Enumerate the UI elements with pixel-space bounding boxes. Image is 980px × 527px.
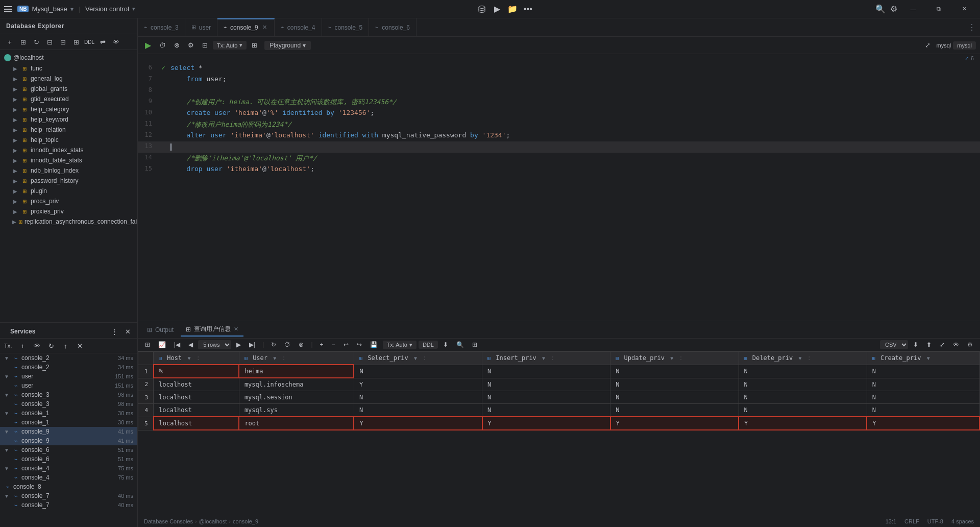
project-name[interactable]: Mysql_base [32,5,67,13]
tree-item[interactable]: ▶ ⊞ password_history [0,176,137,186]
user-cell[interactable]: mysql.session [239,391,354,404]
tab-more-btn[interactable]: ⋮ [964,22,980,32]
create-priv-header[interactable]: ⊞ Create_priv ▼ [867,352,979,365]
insert-priv-header[interactable]: ⊞ Insert_priv ▼ : [482,352,610,365]
search-result-btn[interactable]: 🔍 [453,340,467,349]
create-priv-cell[interactable]: N [867,391,979,404]
create-priv-cell[interactable]: N [867,378,979,391]
tree-item[interactable]: ▶ ⊞ gtid_executed [0,94,137,104]
svc-item-console8[interactable]: ⌁ console_8 [0,482,137,491]
query-tab-close[interactable]: ✕ [234,326,238,332]
tab-console9[interactable]: ⌁ console_9 ✕ [217,18,275,37]
restore-button[interactable]: ⧉ [927,0,950,18]
select-priv-header[interactable]: ⊞ Select_priv ▼ : [354,352,482,365]
user-cell[interactable]: mysql.infoschema [239,378,354,391]
svc-eye-btn[interactable]: 👁 [31,340,42,351]
rows-select[interactable]: 5 rows [198,340,231,349]
svc-refresh-btn[interactable]: ↻ [45,340,57,351]
user-header[interactable]: ⊞ User ▼ : [239,352,354,365]
more-dots-icon[interactable]: ••• [522,4,533,15]
svc-item-console9-child[interactable]: ⌁ console_9 41 ms [0,436,137,445]
add-btn[interactable]: + [4,36,15,47]
svc-item-console3-parent[interactable]: ▼ ⌁ console_3 98 ms [0,390,137,399]
delete-priv-header[interactable]: ⊞ Delete_priv ▼ : [739,352,867,365]
update-priv-header[interactable]: ⊞ Update_priv ▼ : [610,352,739,365]
first-page-btn[interactable]: |◀ [171,340,183,349]
delete-priv-filter-icon[interactable]: ▼ [798,355,801,361]
svc-item-console1-parent[interactable]: ▼ ⌁ console_1 30 ms [0,409,137,418]
svc-item-console3-child[interactable]: ⌁ console_3 98 ms [0,399,137,409]
select-priv-cell[interactable]: N [354,404,482,417]
select-priv-cell[interactable]: Y [354,417,482,430]
refresh-btn[interactable]: ↻ [31,36,42,47]
grid-btn[interactable]: ⊞ [57,36,68,47]
svc-item-console6-child[interactable]: ⌁ console_6 51 ms [0,454,137,464]
user-cell[interactable]: root [239,417,354,430]
tree-item[interactable]: ▶ ⊞ innodb_table_stats [0,155,137,165]
svc-up-btn[interactable]: ↑ [60,340,71,351]
tree-item[interactable]: ▶ ⊞ global_grants [0,84,137,94]
tree-item[interactable]: ▶ ⊞ func [0,63,137,74]
search-icon[interactable]: 🔍 [875,4,886,15]
delete-priv-cell[interactable]: N [739,391,867,404]
tree-item[interactable]: ▶ ⊞ help_relation [0,125,137,135]
svc-item-console6-parent[interactable]: ▼ ⌁ console_6 51 ms [0,445,137,454]
play-icon[interactable]: ▶ [492,4,503,15]
svc-add-btn[interactable]: + [17,340,28,351]
tree-item[interactable]: ▶ ⊞ procs_priv [0,196,137,206]
last-page-btn[interactable]: ▶| [246,340,258,349]
delete-priv-cell[interactable]: N [739,404,867,417]
version-control-btn[interactable]: Version control [85,5,129,13]
svc-item-console7-child[interactable]: ⌁ console_7 40 ms [0,500,137,510]
tab-user[interactable]: ⊞ user [185,18,217,37]
chart-view-btn[interactable]: 📈 [155,340,169,349]
tree-item[interactable]: ▶ ⊞ replication_asynchronous_connection_… [0,217,137,227]
disconnect-btn[interactable]: ⊟ [44,36,55,47]
svc-close-icon[interactable]: ✕ [122,326,133,337]
insert-priv-cell[interactable]: N [482,391,610,404]
insert-priv-cell[interactable]: N [482,365,610,378]
expand-editor-btn[interactable]: ⤢ [922,40,934,51]
delete-priv-cell[interactable]: Y [739,417,867,430]
select-priv-filter-icon[interactable]: ▼ [414,355,417,361]
tab-close-icon[interactable]: ✕ [261,23,268,32]
grid-view-btn[interactable]: ⊞ [199,40,211,51]
ddl-result-btn[interactable]: DDL [419,341,438,349]
svc-item-console2-parent[interactable]: ▼ ⌁ console_2 34 ms [0,353,137,363]
create-priv-cell[interactable]: N [867,365,979,378]
next-page-btn[interactable]: ▶ [233,340,244,349]
host-filter-icon[interactable]: ▼ [187,355,190,361]
svc-item-console9-parent[interactable]: ▼ ⌁ console_9 41 ms [0,427,137,436]
stop-result-btn[interactable]: ⊗ [296,340,307,349]
export-btn[interactable]: ⬇ [440,340,451,349]
result-table-wrap[interactable]: ⊞ Host ▼ : ⊞ User ▼ : [138,351,980,515]
download-btn[interactable]: ⬇ [910,340,921,349]
insert-priv-cell[interactable]: Y [482,417,610,430]
tab-console3[interactable]: ⌁ console_3 [138,18,185,37]
del-row-btn[interactable]: − [329,340,338,349]
settings-result-btn[interactable]: ⚙ [964,340,976,349]
delete-priv-cell[interactable]: N [739,365,867,378]
update-priv-cell[interactable]: N [610,378,739,391]
update-priv-cell[interactable]: Y [610,417,739,430]
editor-pane[interactable]: ✓ 6 6 ✓ select * 7 from user; 8 [138,54,980,321]
schedule-btn[interactable]: ⏱ [156,40,169,51]
close-button[interactable]: ✕ [952,0,976,18]
svc-item-console7-parent[interactable]: ▼ ⌁ console_7 40 ms [0,491,137,500]
insert-priv-filter-icon[interactable]: ▼ [542,355,545,361]
playground-button[interactable]: Playground ▾ [264,41,311,50]
delete-priv-cell[interactable]: N [739,378,867,391]
update-priv-cell[interactable]: N [610,404,739,417]
svc-item-console1-child[interactable]: ⌁ console_1 30 ms [0,418,137,427]
eye-result-btn[interactable]: 👁 [950,340,962,349]
settings-icon[interactable]: ⚙ [888,4,899,15]
exec-icon-btn[interactable]: ⊞ [249,40,260,51]
grid2-btn[interactable]: ⊞ [70,36,82,47]
expand-all-btn[interactable]: ⊞ [17,36,29,47]
folder-icon[interactable]: 📁 [507,4,518,15]
output-tab[interactable]: ⊞ Output [142,324,179,336]
insert-priv-cell[interactable]: N [482,378,610,391]
tree-item[interactable]: ▶ ⊞ help_topic [0,135,137,145]
eye-btn[interactable]: 👁 [110,36,121,47]
select-priv-cell[interactable]: N [354,391,482,404]
